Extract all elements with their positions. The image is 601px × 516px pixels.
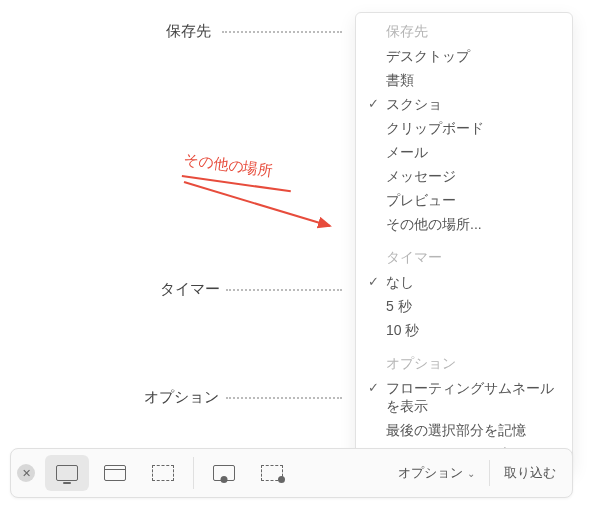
dotted-connector: [226, 289, 342, 291]
capture-label: 取り込む: [504, 464, 556, 482]
menu-item-timer-5s[interactable]: 5 秒: [356, 295, 572, 319]
check-icon: ✓: [368, 380, 379, 395]
menu-header-timer: タイマー: [356, 245, 572, 271]
record-selection-icon: [261, 465, 283, 481]
dotted-connector: [222, 31, 342, 33]
menu-item-desktop[interactable]: デスクトップ: [356, 45, 572, 69]
record-entire-screen-button[interactable]: [202, 455, 246, 491]
menu-item-mail[interactable]: メール: [356, 141, 572, 165]
screenshot-toolbar: ✕ オプション ⌄ 取り込む: [10, 448, 573, 498]
menu-item-documents[interactable]: 書類: [356, 69, 572, 93]
capture-selection-button[interactable]: [141, 455, 185, 491]
label-save-to: 保存先: [166, 22, 211, 41]
toolbar-separator: [193, 457, 194, 489]
menu-item-label: なし: [386, 274, 414, 290]
record-selection-button[interactable]: [250, 455, 294, 491]
record-screen-icon: [213, 465, 235, 481]
menu-item-other-location[interactable]: その他の場所...: [356, 213, 572, 237]
close-icon: ✕: [22, 467, 31, 480]
capture-button[interactable]: 取り込む: [494, 458, 566, 488]
options-dropdown-button[interactable]: オプション ⌄: [388, 458, 485, 488]
menu-item-floating-thumbnail[interactable]: ✓ フローティングサムネールを表示: [356, 377, 572, 419]
menu-item-screenshots[interactable]: ✓ スクショ: [356, 93, 572, 117]
menu-item-remember-selection[interactable]: 最後の選択部分を記憶: [356, 419, 572, 443]
check-icon: ✓: [368, 274, 379, 289]
toolbar-separator: [489, 460, 490, 486]
options-menu: 保存先 デスクトップ 書類 ✓ スクショ クリップボード メール メッセージ プ…: [355, 12, 573, 470]
options-label: オプション: [398, 464, 463, 482]
menu-divider: [356, 237, 572, 245]
menu-item-timer-10s[interactable]: 10 秒: [356, 319, 572, 343]
arrow-icon: [180, 178, 340, 248]
menu-divider: [356, 343, 572, 351]
annotation-underline: [182, 175, 291, 192]
menu-header-save-to: 保存先: [356, 19, 572, 45]
close-button[interactable]: ✕: [17, 464, 35, 482]
capture-window-button[interactable]: [93, 455, 137, 491]
menu-item-label: スクショ: [386, 96, 442, 112]
menu-header-options: オプション: [356, 351, 572, 377]
chevron-down-icon: ⌄: [467, 468, 475, 479]
menu-item-clipboard[interactable]: クリップボード: [356, 117, 572, 141]
dotted-connector: [226, 397, 342, 399]
label-options: オプション: [144, 388, 219, 407]
window-icon: [104, 465, 126, 481]
menu-item-timer-none[interactable]: ✓ なし: [356, 271, 572, 295]
screen-icon: [56, 465, 78, 481]
svg-line-0: [184, 182, 330, 226]
menu-item-messages[interactable]: メッセージ: [356, 165, 572, 189]
capture-entire-screen-button[interactable]: [45, 455, 89, 491]
check-icon: ✓: [368, 96, 379, 111]
selection-icon: [152, 465, 174, 481]
menu-item-label: フローティングサムネールを表示: [386, 380, 554, 414]
menu-item-preview[interactable]: プレビュー: [356, 189, 572, 213]
label-timer: タイマー: [160, 280, 220, 299]
